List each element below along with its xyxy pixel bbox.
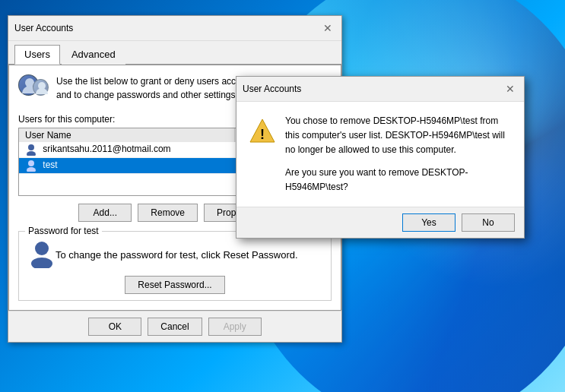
no-button[interactable]: No — [462, 213, 515, 232]
main-dialog-title: User Accounts — [14, 23, 73, 33]
row-user-icon — [25, 160, 37, 172]
svg-text:!: ! — [260, 127, 265, 142]
password-inner: To change the password for test, click R… — [28, 238, 322, 268]
cancel-button[interactable]: Cancel — [148, 318, 202, 336]
add-button[interactable]: Add... — [78, 204, 132, 222]
confirm-dialog: User Accounts ✕ ! You chose to remove DE… — [236, 76, 525, 239]
password-text: To change the password for test, click R… — [56, 249, 298, 261]
confirm-dialog-footer: Yes No — [236, 207, 524, 238]
cell-username: test — [19, 158, 234, 174]
password-section: Password for test To change the password… — [18, 231, 332, 301]
confirm-message-line2: Are you sure you want to remove DESKTOP-… — [285, 166, 512, 194]
user-icon-2 — [33, 79, 49, 96]
tab-advanced[interactable]: Advanced — [62, 45, 125, 65]
confirm-dialog-titlebar: User Accounts ✕ — [236, 77, 524, 102]
main-dialog-footer: OK Cancel Apply — [8, 311, 341, 342]
col-username: User Name — [19, 128, 234, 142]
confirm-message-line1: You chose to remove DESKTOP-H5946MP\test… — [285, 114, 512, 158]
svg-point-5 — [31, 258, 52, 268]
tab-bar: Users Advanced — [8, 41, 341, 65]
cell-username: srikantsahu.2011@hotmail.com — [19, 142, 234, 158]
ok-button[interactable]: OK — [88, 318, 141, 336]
svg-point-1 — [27, 151, 36, 156]
row-user-icon — [25, 144, 37, 156]
main-dialog-close-button[interactable]: ✕ — [320, 21, 335, 36]
remove-button[interactable]: Remove — [138, 204, 198, 222]
apply-button[interactable]: Apply — [208, 318, 262, 336]
password-user-icon — [28, 241, 56, 268]
users-icon — [18, 74, 49, 105]
tab-users[interactable]: Users — [14, 45, 60, 65]
reset-password-button[interactable]: Reset Password... — [125, 276, 224, 294]
confirm-dialog-title: User Accounts — [243, 84, 301, 94]
svg-point-4 — [35, 242, 49, 255]
yes-button[interactable]: Yes — [402, 213, 455, 232]
password-legend: Password for test — [25, 226, 102, 236]
confirm-dialog-content: ! You chose to remove DESKTOP-H5946MP\te… — [236, 102, 524, 207]
svg-point-2 — [28, 160, 34, 166]
main-dialog-titlebar: User Accounts ✕ — [8, 16, 341, 41]
svg-point-0 — [28, 144, 34, 150]
confirm-dialog-close-button[interactable]: ✕ — [503, 81, 518, 96]
svg-point-3 — [27, 167, 36, 172]
warning-icon: ! — [249, 117, 276, 147]
confirm-message: You chose to remove DESKTOP-H5946MP\test… — [285, 114, 512, 194]
